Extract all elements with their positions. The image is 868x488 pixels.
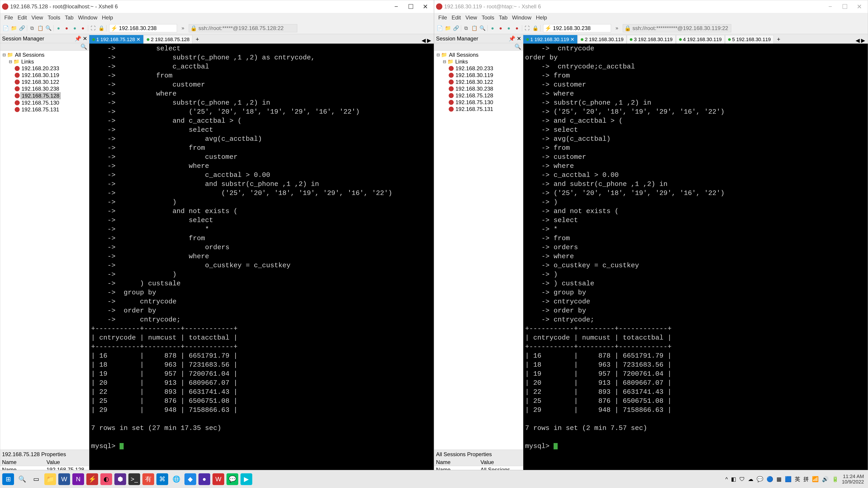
start-button[interactable]: ⊞ <box>2 473 14 485</box>
menu-help[interactable]: Help <box>100 14 115 21</box>
menu-window[interactable]: Window <box>76 14 99 21</box>
close-button[interactable]: ✕ <box>418 1 432 12</box>
terminal-tab[interactable]: 1 192.168.75.128✕ <box>89 35 143 43</box>
terminal-tab[interactable]: 2 192.168.75.128 <box>144 35 192 43</box>
session-tree[interactable]: ⊟ 📁 All Sessions ⊟ 📁 Links 192.168.20.23… <box>434 51 523 450</box>
tree-link[interactable]: 192.168.30.119 <box>1 72 88 78</box>
menu-window[interactable]: Window <box>510 14 533 21</box>
tree-link[interactable]: 192.168.30.119 <box>435 72 522 78</box>
vscode-icon[interactable]: ⌘ <box>156 473 168 485</box>
bug-icon[interactable]: ● <box>79 25 87 32</box>
terminal-tab[interactable]: 4 192.168.30.119 <box>676 35 725 43</box>
new-tab-button[interactable]: + <box>774 35 783 43</box>
tree-link[interactable]: 192.168.75.128 <box>1 92 88 99</box>
connect-icon[interactable]: 🔗 <box>18 25 26 32</box>
search-sessions-icon[interactable]: 🔍 <box>81 43 87 50</box>
expander-icon[interactable]: ⊟ <box>8 59 12 64</box>
tab-next-icon[interactable]: ▶ <box>861 37 865 43</box>
app-icon[interactable]: ▶ <box>241 473 252 485</box>
maximize-button[interactable]: ☐ <box>838 1 851 12</box>
color1-icon[interactable]: ● <box>489 25 496 32</box>
tree-link[interactable]: 192.168.30.238 <box>1 86 88 92</box>
menu-view[interactable]: View <box>29 14 45 21</box>
tree-root[interactable]: ⊟ 📁 All Sessions <box>435 52 522 58</box>
menu-tools[interactable]: Tools <box>479 14 497 21</box>
onenote-icon[interactable]: N <box>72 473 84 485</box>
expander-icon[interactable]: ⊟ <box>442 59 446 64</box>
chrome-icon[interactable]: 🌐 <box>170 473 182 485</box>
menu-edit[interactable]: Edit <box>16 14 29 21</box>
task-view-icon[interactable]: ▭ <box>30 473 42 485</box>
menu-tab[interactable]: Tab <box>497 14 510 21</box>
tab-close-icon[interactable]: ✕ <box>136 37 141 42</box>
terminal-icon[interactable]: >_ <box>128 473 140 485</box>
battery-icon[interactable]: 🔋 <box>832 476 839 482</box>
terminal-tab[interactable]: 5 192.168.30.119 <box>725 35 774 43</box>
close-button[interactable]: ✕ <box>852 1 866 12</box>
open-icon[interactable]: 📁 <box>444 25 452 32</box>
address-bar-2[interactable]: 🔒 ssh://root:*****@192.168.75.128:22 <box>189 24 297 32</box>
close-panel-icon[interactable]: ✕ <box>517 35 521 42</box>
tab-close-icon[interactable]: ✕ <box>570 37 575 42</box>
new-icon[interactable]: 📄 <box>2 25 9 32</box>
xshell-icon[interactable]: ⚡ <box>86 473 98 485</box>
app-icon[interactable]: 有 <box>143 473 154 485</box>
clock[interactable]: 11:24 AM 10/9/2022 <box>842 474 866 485</box>
terminal-tab[interactable]: 2 192.168.30.119 <box>578 35 626 43</box>
address-bar-2[interactable]: 🔒 ssh://root:**********@192.168.30.119:2… <box>623 24 731 32</box>
color2-icon[interactable]: ● <box>63 25 70 32</box>
terminal-tab[interactable]: 3 192.168.30.119 <box>627 35 675 43</box>
tree-link[interactable]: 192.168.20.233 <box>1 65 88 72</box>
explorer-icon[interactable]: 📁 <box>44 473 56 485</box>
terminal[interactable]: -> select -> substr(c_phone ,1 ,2) as cn… <box>89 43 434 480</box>
tray-icon[interactable]: 💬 <box>756 476 763 482</box>
vs-icon[interactable]: ⬢ <box>114 473 126 485</box>
lock-icon[interactable]: 🔒 <box>98 25 105 32</box>
session-tree[interactable]: ⊟ 📁 All Sessions ⊟ 📁 Links 192.168.20.23… <box>0 51 89 450</box>
tab-prev-icon[interactable]: ◀ <box>422 37 426 43</box>
pin-icon[interactable]: 📌 <box>74 35 81 42</box>
menu-tools[interactable]: Tools <box>45 14 63 21</box>
chevron-right-icon[interactable]: » <box>613 25 620 32</box>
titlebar[interactable]: 192.168.30.119 - root@htap:~ - Xshell 6 … <box>434 0 868 13</box>
tree-link[interactable]: 192.168.30.122 <box>1 78 88 86</box>
search-sessions-icon[interactable]: 🔍 <box>515 43 521 50</box>
tray-icon[interactable]: ☁ <box>748 476 753 482</box>
ime-mode[interactable]: 拼 <box>803 476 809 483</box>
connect-icon[interactable]: 🔗 <box>452 25 460 32</box>
titlebar[interactable]: 192.168.75.128 - root@localhost:~ - Xshe… <box>0 0 434 13</box>
minimize-button[interactable]: − <box>824 1 837 12</box>
open-icon[interactable]: 📁 <box>10 25 18 32</box>
ime-lang[interactable]: 英 <box>795 476 800 483</box>
maximize-button[interactable]: ☐ <box>404 1 417 12</box>
word-icon[interactable]: W <box>58 473 70 485</box>
tree-link[interactable]: 192.168.75.128 <box>435 92 522 99</box>
tray-icon[interactable]: ▦ <box>776 476 782 482</box>
address-bar-1[interactable]: ⚡ 192.168.30.238 <box>543 24 611 32</box>
menu-edit[interactable]: Edit <box>450 14 463 21</box>
tree-folder-links[interactable]: ⊟ 📁 Links <box>1 58 88 65</box>
color1-icon[interactable]: ● <box>55 25 62 32</box>
paste-icon[interactable]: 📋 <box>37 25 44 32</box>
volume-icon[interactable]: 🔊 <box>822 476 829 482</box>
tray-icon[interactable]: 🛡 <box>739 476 745 482</box>
app-icon[interactable]: ● <box>198 473 210 485</box>
close-panel-icon[interactable]: ✕ <box>83 35 87 42</box>
menu-help[interactable]: Help <box>534 14 549 21</box>
tray-icon[interactable]: ◧ <box>731 476 736 482</box>
new-icon[interactable]: 📄 <box>436 25 443 32</box>
lock-icon[interactable]: 🔒 <box>532 25 539 32</box>
app-icon[interactable]: ◆ <box>184 473 196 485</box>
bug-icon[interactable]: ● <box>513 25 521 32</box>
tree-root[interactable]: ⊟ 📁 All Sessions <box>1 52 88 58</box>
search-icon[interactable]: 🔍 <box>45 25 52 32</box>
app-icon[interactable]: ◐ <box>100 473 112 485</box>
tree-link[interactable]: 192.168.75.130 <box>1 99 88 106</box>
tree-folder-links[interactable]: ⊟ 📁 Links <box>435 58 522 65</box>
tree-link[interactable]: 192.168.20.233 <box>435 65 522 72</box>
wifi-icon[interactable]: 📶 <box>812 476 819 482</box>
expander-icon[interactable]: ⊟ <box>2 53 6 57</box>
expander-icon[interactable]: ⊟ <box>436 53 440 57</box>
color3-icon[interactable]: ● <box>71 25 79 32</box>
terminal-tab[interactable]: 1 192.168.30.119✕ <box>523 35 577 43</box>
